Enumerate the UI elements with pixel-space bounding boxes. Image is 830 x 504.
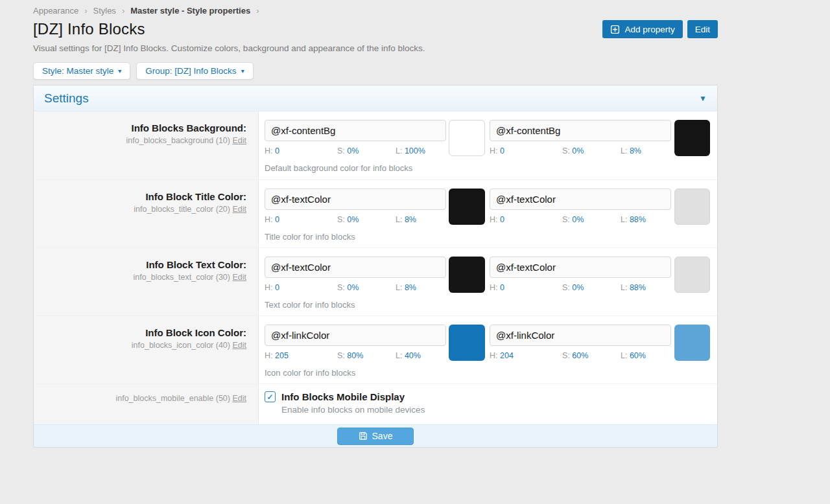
color-value-input[interactable] bbox=[265, 189, 446, 210]
hue-value: 0 bbox=[500, 215, 504, 224]
hue-value: 0 bbox=[275, 146, 279, 155]
setting-meta: info_blocks_background (10) bbox=[126, 136, 230, 145]
hsl-readout: H: 0 S: 0% L: 88% bbox=[490, 283, 671, 292]
color-swatch-dark[interactable] bbox=[674, 325, 710, 361]
hsl-readout: H: 0 S: 0% L: 8% bbox=[265, 215, 446, 224]
edit-button-label: Edit bbox=[695, 25, 710, 34]
save-button[interactable]: Save bbox=[337, 428, 414, 445]
setting-label-cell: Info Blocks Background: info_blocks_back… bbox=[34, 111, 259, 179]
hsl-readout: H: 0 S: 0% L: 8% bbox=[265, 283, 446, 292]
setting-label-cell: info_blocks_mobile_enable (50) Edit bbox=[34, 384, 259, 424]
page-subtitle: Visual settings for [DZ] Info Blocks. Cu… bbox=[33, 43, 718, 53]
setting-content-cell: H: 0 S: 0% L: 8% H: 0 S: 0% L: 88% bbox=[259, 248, 717, 315]
setting-content-cell: H: 0 S: 0% L: 100% H: 0 S: 0% L: 8% bbox=[259, 111, 717, 179]
lightness-value: 40% bbox=[405, 351, 421, 360]
page-title: [DZ] Info Blocks bbox=[33, 20, 145, 38]
saturation-value: 0% bbox=[347, 146, 359, 155]
setting-row-background: Info Blocks Background: info_blocks_back… bbox=[34, 111, 717, 179]
setting-meta: info_blocks_icon_color (40) bbox=[132, 341, 230, 350]
saturation-value: 0% bbox=[347, 215, 359, 224]
setting-label: Info Block Icon Color: bbox=[40, 327, 246, 338]
header-row: [DZ] Info Blocks Add property Edit bbox=[33, 20, 718, 38]
breadcrumb-separator-icon: › bbox=[122, 6, 124, 16]
breadcrumb-appearance[interactable]: Appearance bbox=[33, 6, 78, 16]
setting-edit-link[interactable]: Edit bbox=[232, 394, 246, 403]
setting-edit-link[interactable]: Edit bbox=[232, 205, 246, 214]
setting-meta: info_blocks_title_color (20) bbox=[134, 205, 230, 214]
setting-description: Icon color for info blocks bbox=[265, 368, 717, 378]
add-property-label: Add property bbox=[624, 25, 674, 34]
hue-value: 0 bbox=[275, 283, 279, 292]
setting-label: Info Block Text Color: bbox=[40, 259, 246, 270]
hue-value: 0 bbox=[500, 283, 504, 292]
setting-description: Title color for info blocks bbox=[265, 232, 717, 242]
check-icon: ✓ bbox=[267, 393, 273, 401]
breadcrumb-styles[interactable]: Styles bbox=[93, 6, 115, 16]
color-value-input-dark[interactable] bbox=[490, 257, 671, 278]
lightness-value: 8% bbox=[630, 146, 641, 155]
chevron-down-icon: ▾ bbox=[241, 67, 244, 74]
color-swatch[interactable] bbox=[449, 120, 485, 156]
chevron-down-icon: ▾ bbox=[118, 67, 121, 74]
setting-description: Default background color for info blocks bbox=[265, 163, 717, 173]
saturation-value: 60% bbox=[572, 351, 588, 360]
setting-row-title-color: Info Block Title Color: info_blocks_titl… bbox=[34, 179, 717, 247]
settings-title: Settings bbox=[44, 91, 89, 106]
color-swatch-dark[interactable] bbox=[674, 120, 710, 156]
add-icon bbox=[610, 25, 620, 34]
settings-panel-header[interactable]: Settings ▼ bbox=[34, 86, 717, 111]
setting-edit-link[interactable]: Edit bbox=[232, 136, 246, 145]
lightness-value: 8% bbox=[405, 283, 416, 292]
breadcrumb-separator-icon: › bbox=[84, 6, 87, 16]
hue-value: 204 bbox=[500, 351, 514, 360]
setting-label: Info Block Title Color: bbox=[40, 191, 246, 202]
saturation-value: 0% bbox=[572, 283, 584, 292]
setting-label-cell: Info Block Icon Color: info_blocks_icon_… bbox=[34, 316, 259, 384]
saturation-value: 80% bbox=[347, 351, 363, 360]
saturation-value: 0% bbox=[347, 283, 359, 292]
mobile-enable-description: Enable info blocks on mobile devices bbox=[281, 405, 717, 415]
panel-footer: Save bbox=[34, 424, 717, 447]
color-value-input-dark[interactable] bbox=[490, 325, 671, 346]
setting-content-cell: H: 205 S: 80% L: 40% H: 204 S: 60% L: 60… bbox=[259, 316, 717, 384]
color-swatch[interactable] bbox=[449, 325, 485, 361]
setting-edit-link[interactable]: Edit bbox=[232, 341, 246, 350]
color-swatch[interactable] bbox=[449, 189, 485, 225]
save-button-label: Save bbox=[372, 431, 393, 441]
collapse-chevron-icon[interactable]: ▼ bbox=[699, 94, 707, 103]
mobile-enable-option[interactable]: ✓ Info Blocks Mobile Display bbox=[265, 391, 717, 402]
setting-content-cell: H: 0 S: 0% L: 8% H: 0 S: 0% L: 88% bbox=[259, 180, 717, 247]
add-property-button[interactable]: Add property bbox=[602, 20, 682, 38]
setting-row-mobile-enable: info_blocks_mobile_enable (50) Edit ✓ In… bbox=[34, 384, 717, 424]
setting-label-cell: Info Block Title Color: info_blocks_titl… bbox=[34, 180, 259, 247]
hsl-readout: H: 0 S: 0% L: 88% bbox=[490, 215, 671, 224]
hue-value: 0 bbox=[500, 146, 504, 155]
color-value-input-dark[interactable] bbox=[490, 120, 671, 141]
setting-meta: info_blocks_text_color (30) bbox=[134, 273, 230, 282]
breadcrumb-current[interactable]: Master style - Style properties bbox=[130, 6, 250, 16]
color-value-input[interactable] bbox=[265, 120, 446, 141]
setting-row-icon-color: Info Block Icon Color: info_blocks_icon_… bbox=[34, 315, 717, 384]
color-value-input[interactable] bbox=[265, 325, 446, 346]
edit-button[interactable]: Edit bbox=[687, 20, 718, 38]
mobile-enable-checkbox[interactable]: ✓ bbox=[265, 391, 276, 402]
color-swatch-dark[interactable] bbox=[674, 257, 710, 293]
color-swatch-dark[interactable] bbox=[674, 189, 710, 225]
group-selector[interactable]: Group: [DZ] Info Blocks ▾ bbox=[136, 62, 253, 80]
style-selector-label: Style: Master style bbox=[42, 66, 113, 76]
style-selector[interactable]: Style: Master style ▾ bbox=[33, 62, 130, 80]
color-value-input[interactable] bbox=[265, 257, 446, 278]
hsl-readout: H: 204 S: 60% L: 60% bbox=[490, 351, 671, 360]
save-icon bbox=[359, 431, 368, 441]
setting-content-cell: ✓ Info Blocks Mobile Display Enable info… bbox=[259, 384, 717, 424]
setting-label: Info Blocks Background: bbox=[40, 122, 246, 133]
setting-row-text-color: Info Block Text Color: info_blocks_text_… bbox=[34, 247, 717, 315]
saturation-value: 0% bbox=[572, 215, 584, 224]
hue-value: 205 bbox=[275, 351, 289, 360]
saturation-value: 0% bbox=[572, 146, 584, 155]
color-swatch[interactable] bbox=[449, 257, 485, 293]
settings-panel: Settings ▼ Info Blocks Background: info_… bbox=[33, 85, 718, 448]
color-value-input-dark[interactable] bbox=[490, 189, 671, 210]
setting-edit-link[interactable]: Edit bbox=[232, 273, 246, 282]
mobile-enable-label: Info Blocks Mobile Display bbox=[281, 391, 405, 402]
